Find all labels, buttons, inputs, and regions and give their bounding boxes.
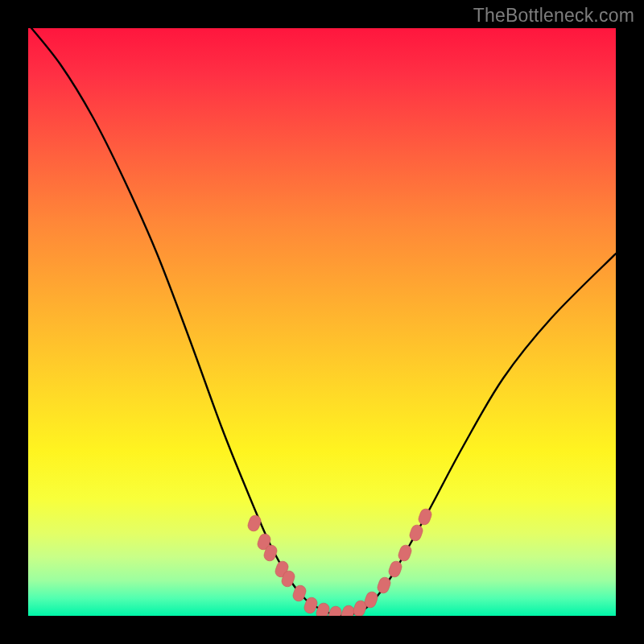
curve-markers: [246, 507, 433, 616]
bottleneck-curve-svg: [28, 28, 616, 616]
plot-area: [28, 28, 616, 616]
curve-marker: [397, 543, 413, 563]
curve-marker: [408, 523, 424, 543]
curve-marker: [246, 514, 262, 533]
bottleneck-curve-path: [28, 28, 616, 616]
curve-marker: [417, 507, 433, 526]
watermark-text: TheBottleneck.com: [473, 5, 634, 27]
chart-frame: TheBottleneck.com: [0, 0, 644, 644]
